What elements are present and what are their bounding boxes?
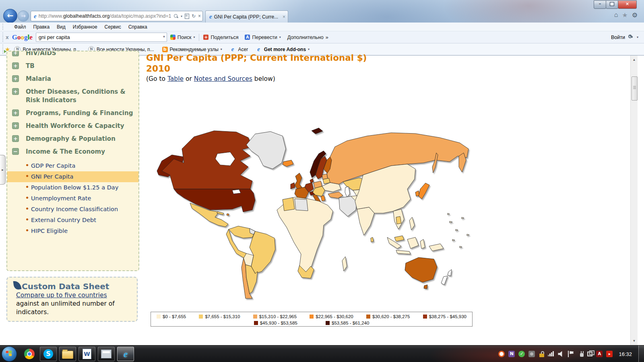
- expand-icon[interactable]: +: [12, 122, 19, 129]
- action-center-flag-icon[interactable]: [568, 351, 575, 357]
- expand-icon[interactable]: +: [12, 62, 19, 69]
- n-app-tray-icon[interactable]: N: [508, 351, 515, 357]
- notes-sources-link[interactable]: Notes and Sources: [194, 75, 252, 82]
- search-icon[interactable]: [174, 14, 178, 19]
- url-text[interactable]: http://www.globalhealthfacts.org/data/to…: [39, 13, 171, 19]
- map-usa[interactable]: [174, 189, 255, 212]
- chevron-down-icon[interactable]: ▾: [163, 35, 165, 39]
- sidebar-subitem-external-debt[interactable]: •External Country Debt: [7, 215, 138, 226]
- map-hispaniola[interactable]: [227, 214, 229, 216]
- utility-tray-icon[interactable]: [528, 351, 535, 357]
- map-malaysia[interactable]: [394, 236, 404, 241]
- refresh-icon[interactable]: ↻: [192, 13, 196, 19]
- sidebar-item-demography[interactable]: +Demography & Population: [7, 135, 138, 143]
- document-app-taskbar-button[interactable]: W: [78, 347, 95, 361]
- share-button[interactable]: + Поделиться: [200, 33, 242, 42]
- compare-countries-link[interactable]: Compare up to five countries: [16, 292, 107, 299]
- favorite-item-acer[interactable]: eAcer: [226, 46, 252, 52]
- map-japan[interactable]: [419, 183, 429, 199]
- favorites-star-icon[interactable]: ★: [622, 11, 627, 19]
- dual-window-tray-icon[interactable]: [587, 352, 592, 356]
- volume-icon[interactable]: [558, 351, 564, 357]
- explorer-taskbar-button[interactable]: [59, 347, 76, 361]
- map-algeria[interactable]: [283, 197, 295, 211]
- minimize-button[interactable]: –: [594, 0, 606, 9]
- menu-help[interactable]: Справка: [125, 24, 151, 30]
- online-status-tray-icon[interactable]: ✓: [518, 351, 525, 357]
- menu-favorites[interactable]: Избранное: [69, 24, 101, 30]
- back-button[interactable]: ←: [3, 9, 17, 23]
- download-manager-tray-icon[interactable]: ▸: [606, 351, 613, 357]
- compatibility-view-icon[interactable]: [185, 14, 189, 19]
- map-pacific-islands[interactable]: [448, 213, 469, 248]
- sidebar-subitem-population-below[interactable]: •Population Below $1.25 a Day: [7, 182, 138, 193]
- sidebar-subitem-gni-per-capita[interactable]: •GNI Per Capita: [7, 171, 138, 182]
- expand-icon[interactable]: +: [12, 51, 19, 56]
- scroll-down-icon[interactable]: ▼: [631, 337, 638, 344]
- map-brazil[interactable]: [250, 231, 275, 274]
- map-madagascar[interactable]: [342, 257, 347, 271]
- stop-icon[interactable]: ×: [198, 13, 201, 19]
- sidebar-item-programs-funding[interactable]: +Programs, Funding & Financing: [7, 109, 138, 117]
- wrench-icon[interactable]: [628, 35, 634, 40]
- map-borneo[interactable]: [407, 237, 419, 249]
- home-icon[interactable]: ⌂: [614, 11, 618, 19]
- get-addons-item[interactable]: eGet more Add-ons▾: [252, 46, 314, 52]
- collapse-icon[interactable]: −: [12, 148, 19, 155]
- google-search-input[interactable]: gni per capita▾: [36, 33, 167, 42]
- sidebar-item-income-economy[interactable]: −Income & The Economy: [7, 148, 138, 156]
- chevron-down-icon[interactable]: ▾: [637, 35, 638, 39]
- menu-file[interactable]: Файл: [10, 24, 30, 30]
- toolbar-grip[interactable]: [2, 33, 4, 42]
- scrollbar-thumb[interactable]: [632, 76, 638, 101]
- map-sulawesi[interactable]: [420, 239, 425, 249]
- map-tasmania[interactable]: [424, 285, 427, 289]
- expand-icon[interactable]: +: [12, 109, 19, 116]
- expand-icon[interactable]: +: [12, 88, 19, 95]
- start-button[interactable]: [2, 346, 17, 362]
- close-button[interactable]: ×: [618, 0, 637, 9]
- sidebar-subitem-income-classification[interactable]: •Country Income Classification: [7, 204, 138, 215]
- map-greenland[interactable]: [246, 132, 286, 169]
- toolbar-close-icon[interactable]: x: [6, 35, 9, 40]
- world-choropleth-map[interactable]: [150, 93, 476, 302]
- browser-tab[interactable]: e GNI Per Capita (PPP; Curre... ×: [205, 10, 288, 23]
- sidebar-item-tb[interactable]: +TB: [7, 62, 138, 70]
- search-dropdown-icon[interactable]: ▾: [181, 14, 182, 18]
- page-scrollbar[interactable]: ▲ ▼: [630, 56, 638, 345]
- adobe-tray-icon[interactable]: A: [596, 351, 603, 357]
- suggested-sites-item[interactable]: bРекомендуемые узлы▾: [158, 47, 226, 52]
- sidebar-subitem-hipc[interactable]: •HIPC Eligible: [7, 226, 138, 237]
- lock-tray-icon[interactable]: [539, 354, 544, 357]
- more-button[interactable]: Дополнительно »: [284, 33, 332, 42]
- menu-view[interactable]: Вид: [53, 24, 69, 30]
- forward-button[interactable]: →: [18, 10, 29, 22]
- map-australia[interactable]: [405, 257, 437, 282]
- map-philippines[interactable]: [409, 217, 415, 230]
- scroll-up-icon[interactable]: ▲: [631, 56, 638, 63]
- map-uk[interactable]: [295, 173, 303, 190]
- sidebar-item-malaria[interactable]: +Malaria: [7, 75, 138, 83]
- table-link[interactable]: Table: [167, 75, 184, 82]
- network-signal-icon[interactable]: [548, 351, 554, 357]
- map-india[interactable]: [357, 207, 374, 235]
- map-new-guinea[interactable]: [429, 244, 444, 251]
- sidebar-item-health-workforce[interactable]: +Health Workforce & Capacity: [7, 122, 138, 130]
- expand-icon[interactable]: +: [12, 75, 19, 82]
- restore-button[interactable]: [606, 0, 618, 9]
- show-desktop-button[interactable]: [638, 346, 644, 362]
- side-panel-handle[interactable]: ▸: [0, 155, 6, 185]
- map-ireland[interactable]: [291, 183, 295, 189]
- skype-taskbar-button[interactable]: S: [40, 347, 57, 361]
- map-libya[interactable]: [295, 199, 308, 211]
- map-denmark[interactable]: [310, 179, 314, 183]
- map-svalbard[interactable]: [312, 128, 323, 134]
- sidebar-subitem-unemployment[interactable]: •Unemployment Rate: [7, 193, 138, 204]
- sidebar-item-hiv-aids[interactable]: +HIV/AIDS: [7, 51, 138, 58]
- gear-icon[interactable]: ⚙: [632, 11, 638, 19]
- sidebar-item-other-diseases[interactable]: +Other Diseases, Conditions & Risk Indic…: [7, 88, 138, 105]
- menu-tools[interactable]: Сервис: [101, 24, 125, 30]
- map-cuba[interactable]: [217, 212, 224, 215]
- translate-button[interactable]: A Перевести ▾: [242, 33, 284, 42]
- map-greece[interactable]: [321, 195, 325, 201]
